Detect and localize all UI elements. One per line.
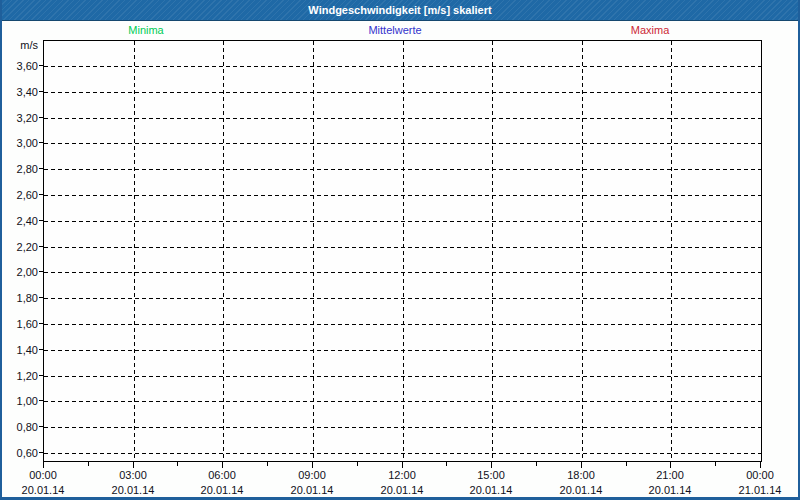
gridline-v <box>492 41 493 461</box>
x-axis-major-tick <box>222 462 223 468</box>
x-date-label: 20.01.14 <box>112 484 155 496</box>
x-date-label: 20.01.14 <box>381 484 424 496</box>
legend-item-minima: Minima <box>128 24 163 36</box>
legend-item-mittelwerte: Mittelwerte <box>368 24 421 36</box>
x-axis-major-tick <box>581 462 582 468</box>
x-axis-minor-tick <box>357 462 358 466</box>
y-axis-tick <box>39 271 43 272</box>
y-axis-tick <box>39 91 43 92</box>
x-time-label: 15:00 <box>477 469 505 481</box>
x-axis-major-tick <box>670 462 671 468</box>
x-axis-minor-tick <box>177 462 178 466</box>
y-tick-label: 1,00 <box>2 395 38 407</box>
x-date-label: 20.01.14 <box>560 484 603 496</box>
x-time-label: 21:00 <box>656 469 684 481</box>
window-title-bar: Windgeschwindigkeit [m/s] skaliert <box>0 0 800 21</box>
x-axis-major-tick <box>312 462 313 468</box>
y-tick-label: 2,60 <box>2 189 38 201</box>
x-axis-minor-tick <box>626 462 627 466</box>
y-tick-label: 0,60 <box>2 447 38 459</box>
y-axis-tick <box>39 220 43 221</box>
x-date-label: 20.01.14 <box>470 484 513 496</box>
y-axis-tick <box>39 194 43 195</box>
gridline-v <box>134 41 135 461</box>
gridline-v <box>671 41 672 461</box>
y-tick-label: 3,20 <box>2 112 38 124</box>
x-time-label: 03:00 <box>119 469 147 481</box>
x-date-label: 20.01.14 <box>649 484 692 496</box>
gridline-v <box>223 41 224 461</box>
x-time-label: 00:00 <box>29 469 57 481</box>
y-axis-tick <box>39 168 43 169</box>
y-tick-label: 2,80 <box>2 163 38 175</box>
chart-window: Windgeschwindigkeit [m/s] skaliert Minim… <box>0 0 800 500</box>
x-axis-major-tick <box>491 462 492 468</box>
x-axis-major-tick <box>43 462 44 468</box>
y-tick-label: 2,40 <box>2 215 38 227</box>
x-axis-major-tick <box>402 462 403 468</box>
y-tick-label: 1,60 <box>2 318 38 330</box>
x-date-label: 20.01.14 <box>291 484 334 496</box>
x-axis-minor-tick <box>536 462 537 466</box>
x-date-label: 21.01.14 <box>739 484 782 496</box>
y-tick-label: 0,80 <box>2 421 38 433</box>
x-time-label: 18:00 <box>567 469 595 481</box>
y-axis-tick <box>39 426 43 427</box>
y-axis-tick <box>39 400 43 401</box>
gridline-v <box>313 41 314 461</box>
y-axis-tick <box>39 117 43 118</box>
y-axis-tick <box>39 65 43 66</box>
x-time-label: 00:00 <box>746 469 774 481</box>
y-tick-label: 1,20 <box>2 370 38 382</box>
y-axis-tick <box>39 375 43 376</box>
y-tick-label: 2,20 <box>2 241 38 253</box>
x-time-label: 06:00 <box>208 469 236 481</box>
gridline-v <box>403 41 404 461</box>
x-axis-minor-tick <box>88 462 89 466</box>
y-axis-tick <box>39 297 43 298</box>
y-tick-label: 3,00 <box>2 137 38 149</box>
x-axis-minor-tick <box>715 462 716 466</box>
y-tick-label: 2,00 <box>2 266 38 278</box>
x-axis-major-tick <box>760 462 761 468</box>
y-axis-tick <box>39 452 43 453</box>
y-axis-tick <box>39 246 43 247</box>
x-date-label: 20.01.14 <box>22 484 65 496</box>
gridline-v <box>582 41 583 461</box>
x-axis-minor-tick <box>446 462 447 466</box>
x-date-label: 20.01.14 <box>201 484 244 496</box>
plot-area <box>43 40 762 462</box>
y-axis-tick <box>39 323 43 324</box>
y-tick-label: 1,80 <box>2 292 38 304</box>
y-axis-tick <box>39 349 43 350</box>
y-axis-tick <box>39 142 43 143</box>
x-axis-minor-tick <box>267 462 268 466</box>
legend-item-maxima: Maxima <box>631 24 670 36</box>
y-axis-unit-label: m/s <box>2 39 38 51</box>
window-title: Windgeschwindigkeit [m/s] skaliert <box>308 4 491 16</box>
y-tick-label: 3,40 <box>2 86 38 98</box>
x-time-label: 09:00 <box>298 469 326 481</box>
x-time-label: 12:00 <box>388 469 416 481</box>
y-tick-label: 3,60 <box>2 60 38 72</box>
x-axis-major-tick <box>133 462 134 468</box>
y-tick-label: 1,40 <box>2 344 38 356</box>
